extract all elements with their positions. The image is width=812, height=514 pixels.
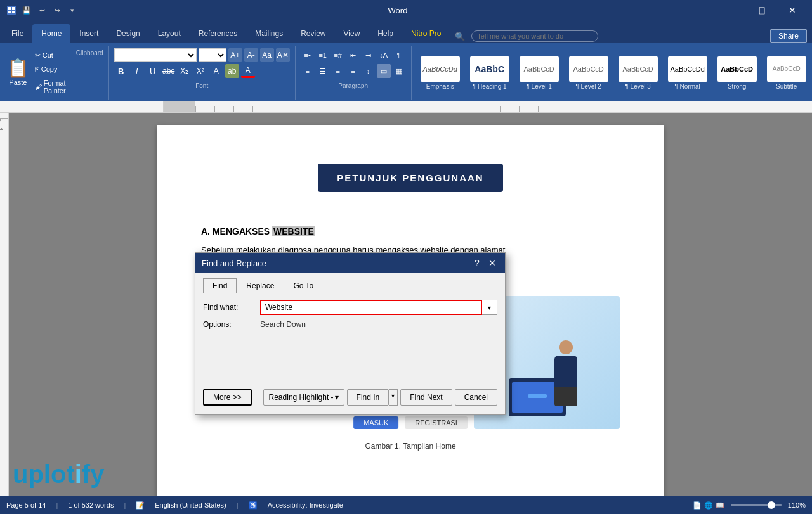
line-spacing-btn[interactable]: ↕ bbox=[362, 64, 376, 78]
ribbon: File Home Insert Design Layout Reference… bbox=[0, 20, 812, 101]
customize-icon[interactable]: ▾ bbox=[66, 4, 79, 16]
align-left-btn[interactable]: ≡ bbox=[301, 64, 315, 78]
dialog-help-btn[interactable]: ? bbox=[471, 257, 483, 269]
minimize-btn[interactable]: – bbox=[717, 0, 746, 20]
dialog-tab-goto[interactable]: Go To bbox=[284, 278, 323, 293]
tab-view[interactable]: View bbox=[335, 24, 369, 43]
format-painter-btn[interactable]: 🖌 Format Painter bbox=[32, 79, 75, 95]
person-legs bbox=[554, 387, 577, 406]
view-icons: 📄 🌐 📖 bbox=[693, 501, 724, 510]
find-what-field: Find what: ▾ bbox=[203, 300, 497, 315]
bold-btn[interactable]: B bbox=[114, 64, 128, 78]
read-view-icon[interactable]: 📖 bbox=[716, 501, 724, 510]
sort-btn[interactable]: ↕A bbox=[377, 48, 391, 62]
clipboard-sub-buttons: ✂ Cut ⎘ Copy 🖌 Format Painter bbox=[32, 48, 75, 98]
web-view-icon[interactable]: 🌐 bbox=[704, 501, 713, 510]
subscript-btn[interactable]: X₂ bbox=[178, 64, 192, 78]
text-effects-btn[interactable]: A bbox=[209, 64, 223, 78]
undo-icon[interactable]: ↩ bbox=[36, 4, 48, 16]
show-para-btn[interactable]: ¶ bbox=[392, 48, 406, 62]
document-page: PETUNJUK PENGGUNAAN A. MENGAKSES WEBSITE… bbox=[157, 125, 664, 501]
more-btn[interactable]: More >> bbox=[203, 389, 252, 406]
reading-highlight-btn[interactable]: Reading Highlight - ▾ bbox=[263, 389, 344, 406]
ribbon-body: 📋 Paste ✂ Cut ⎘ Copy 🖌 Format Painter bbox=[0, 43, 812, 101]
dialog-close-btn[interactable]: ✕ bbox=[486, 257, 499, 269]
align-center-btn[interactable]: ☰ bbox=[316, 64, 330, 78]
superscript-btn[interactable]: X² bbox=[193, 64, 207, 78]
find-replace-dialog[interactable]: Find and Replace ? ✕ Find Replace bbox=[195, 252, 506, 415]
zoom-thumb[interactable] bbox=[768, 501, 775, 509]
find-dropdown-btn[interactable]: ▾ bbox=[482, 300, 497, 315]
tab-home[interactable]: Home bbox=[32, 24, 70, 43]
save-icon[interactable]: 💾 bbox=[20, 4, 33, 16]
doc-btn-register[interactable]: REGISTRASI bbox=[405, 416, 468, 429]
find-in-btn[interactable]: Find In bbox=[347, 389, 390, 406]
find-what-input[interactable] bbox=[260, 300, 482, 315]
style-heading1[interactable]: AaBbC ¶ Heading 1 bbox=[466, 54, 513, 93]
copy-btn[interactable]: ⎘ Copy bbox=[32, 65, 75, 74]
heading-highlight: WEBSITE bbox=[272, 226, 315, 236]
style-subtitle[interactable]: AaBbCcD Subtitle bbox=[763, 54, 810, 93]
strikethrough-btn[interactable]: abc bbox=[162, 64, 176, 78]
tab-design[interactable]: Design bbox=[107, 24, 148, 43]
close-btn[interactable]: ✕ bbox=[778, 0, 807, 20]
cancel-btn[interactable]: Cancel bbox=[455, 389, 497, 406]
find-in-group: Find In ▾ bbox=[347, 389, 398, 406]
tab-references[interactable]: References bbox=[190, 24, 246, 43]
font-color-btn[interactable]: A bbox=[241, 64, 255, 78]
grow-font-btn[interactable]: A+ bbox=[228, 48, 242, 62]
shrink-font-btn[interactable]: A- bbox=[244, 48, 258, 62]
text-highlight-btn[interactable]: ab bbox=[225, 64, 239, 78]
style-level2[interactable]: AaBbCcD ¶ Level 2 bbox=[565, 54, 612, 93]
tell-me-input[interactable] bbox=[471, 30, 598, 42]
quick-access-toolbar: 💾 ↩ ↪ ▾ bbox=[5, 4, 79, 16]
tab-mailings[interactable]: Mailings bbox=[246, 24, 292, 43]
style-strong[interactable]: AaBbCcD Strong bbox=[714, 54, 761, 93]
increase-indent-btn[interactable]: ⇥ bbox=[362, 48, 376, 62]
dialog-tab-find[interactable]: Find bbox=[203, 278, 237, 293]
font-name-select[interactable] bbox=[114, 48, 197, 62]
font-size-select[interactable] bbox=[199, 48, 226, 62]
page-area: PETUNJUK PENGGUNAAN A. MENGAKSES WEBSITE… bbox=[9, 113, 812, 514]
page-scroll[interactable]: PETUNJUK PENGGUNAAN A. MENGAKSES WEBSITE… bbox=[9, 113, 812, 514]
style-level1-preview: AaBbCcD bbox=[520, 56, 559, 82]
dialog-tab-replace[interactable]: Replace bbox=[237, 278, 284, 293]
tab-help[interactable]: Help bbox=[369, 24, 402, 43]
ribbon-tabs: File Home Insert Design Layout Reference… bbox=[0, 20, 812, 43]
decrease-indent-btn[interactable]: ⇤ bbox=[346, 48, 360, 62]
restore-btn[interactable]: ⎕ bbox=[747, 0, 776, 20]
style-level1[interactable]: AaBbCcD ¶ Level 1 bbox=[516, 54, 563, 93]
doc-buttons-row: MASUK REGISTRASI bbox=[353, 416, 468, 429]
cut-btn[interactable]: ✂ Cut bbox=[32, 51, 75, 60]
style-level3[interactable]: AaBbCcD ¶ Level 3 bbox=[615, 54, 662, 93]
shading-btn[interactable]: ▭ bbox=[377, 64, 391, 78]
share-btn[interactable]: Share bbox=[770, 29, 807, 43]
dialog-body: Find Replace Go To Find what: ▾ bbox=[195, 273, 505, 414]
redo-icon[interactable]: ↪ bbox=[51, 4, 63, 16]
underline-btn[interactable]: U bbox=[146, 64, 160, 78]
find-in-arrow[interactable]: ▾ bbox=[389, 389, 398, 406]
justify-btn[interactable]: ≡ bbox=[346, 64, 360, 78]
change-case-btn[interactable]: Aa bbox=[260, 48, 274, 62]
tab-insert[interactable]: Insert bbox=[70, 24, 107, 43]
italic-btn[interactable]: I bbox=[130, 64, 144, 78]
find-next-btn[interactable]: Find Next bbox=[400, 389, 452, 406]
doc-title-center: PETUNJUK PENGGUNAAN bbox=[201, 164, 620, 211]
bullets-btn[interactable]: ≡• bbox=[301, 48, 315, 62]
multilevel-btn[interactable]: ≡# bbox=[331, 48, 345, 62]
zoom-slider[interactable] bbox=[731, 504, 782, 506]
tab-file[interactable]: File bbox=[3, 24, 32, 43]
numbering-btn[interactable]: ≡1 bbox=[316, 48, 330, 62]
borders-btn[interactable]: ▦ bbox=[392, 64, 406, 78]
tab-layout[interactable]: Layout bbox=[149, 24, 190, 43]
tab-review[interactable]: Review bbox=[292, 24, 334, 43]
doc-btn-login[interactable]: MASUK bbox=[353, 416, 398, 429]
style-emphasis[interactable]: AaBbCcDd Emphasis bbox=[417, 54, 464, 93]
style-normal[interactable]: AaBbCcDd ¶ Normal bbox=[664, 54, 711, 93]
paste-btn[interactable]: 📋 Paste bbox=[5, 48, 31, 98]
clear-format-btn[interactable]: A✕ bbox=[276, 48, 290, 62]
align-right-btn[interactable]: ≡ bbox=[331, 64, 345, 78]
tab-nitro[interactable]: Nitro Pro bbox=[402, 24, 450, 43]
print-view-icon[interactable]: 📄 bbox=[693, 501, 702, 510]
status-left: Page 5 of 14 | 1 of 532 words | 📝 Englis… bbox=[6, 501, 343, 510]
